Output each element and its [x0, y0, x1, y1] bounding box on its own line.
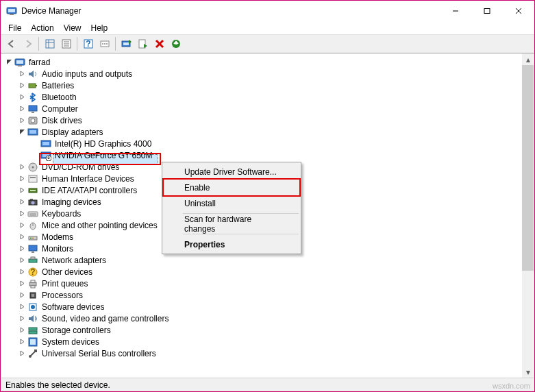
expand-arrow-icon[interactable]: [17, 103, 27, 114]
update-driver-button[interactable]: [119, 36, 134, 51]
expand-arrow-icon[interactable]: [17, 336, 27, 347]
tree-device-label: NVIDIA GeForce GT 650M: [54, 151, 153, 160]
tree-root-label: farrad: [28, 58, 51, 67]
tree-category[interactable]: Bluetooth: [1, 91, 534, 103]
expand-arrow-icon[interactable]: [17, 92, 27, 102]
status-bar: Enables the selected device.: [1, 378, 534, 391]
tree-category-label: Modems: [41, 232, 74, 242]
expand-arrow-icon[interactable]: [17, 313, 27, 323]
context-update-driver[interactable]: Update Driver Software...: [164, 164, 299, 180]
close-button[interactable]: [503, 1, 534, 21]
tree-category-label: IDE ATA/ATAPI controllers: [41, 186, 138, 195]
properties-button[interactable]: [58, 36, 74, 51]
scroll-up-button[interactable]: ▴: [522, 53, 534, 65]
expand-arrow-icon[interactable]: [17, 162, 27, 172]
expand-arrow-icon[interactable]: [17, 185, 27, 195]
context-enable[interactable]: Enable: [164, 180, 299, 195]
optical-icon: [27, 162, 38, 173]
action-misc-button[interactable]: [97, 36, 112, 51]
scroll-down-button[interactable]: ▾: [522, 366, 534, 378]
tree-category[interactable]: Software devices: [1, 301, 534, 313]
collapse-arrow-icon[interactable]: [4, 57, 14, 67]
tree-category-label: DVD/CD-ROM drives: [41, 162, 120, 172]
expand-arrow-icon[interactable]: [17, 348, 27, 358]
expand-arrow-icon[interactable]: [17, 243, 27, 254]
tree-category[interactable]: Audio inputs and outputs: [1, 68, 534, 79]
expand-arrow-icon[interactable]: [17, 278, 27, 289]
menu-help[interactable]: Help: [86, 23, 113, 34]
expand-arrow-icon[interactable]: [17, 80, 27, 90]
tree-category[interactable]: System devices: [1, 336, 534, 347]
scan-hardware-button[interactable]: [168, 36, 184, 51]
mouse-icon: [27, 220, 38, 231]
expand-arrow-icon[interactable]: [17, 255, 27, 265]
maximize-button[interactable]: [471, 1, 503, 21]
expand-arrow-icon[interactable]: [17, 208, 27, 219]
tree-category[interactable]: Computer: [1, 103, 534, 114]
help-button[interactable]: ?: [80, 36, 96, 51]
forward-button[interactable]: [20, 36, 36, 51]
show-hide-tree-button[interactable]: [42, 36, 58, 51]
svg-point-17: [102, 43, 103, 45]
svg-rect-44: [29, 175, 37, 182]
network-icon: [27, 255, 38, 266]
tree-device[interactable]: Intel(R) HD Graphics 4000: [1, 138, 534, 149]
tree-category-label: Disk drives: [41, 116, 83, 125]
menu-action[interactable]: Action: [26, 23, 58, 34]
menu-view[interactable]: View: [59, 23, 86, 34]
svg-point-57: [30, 237, 32, 238]
minimize-button[interactable]: [440, 1, 471, 21]
expand-arrow-icon[interactable]: [17, 115, 27, 125]
expand-arrow-icon[interactable]: [17, 232, 27, 242]
window-title: Device Manager: [21, 6, 440, 16]
context-properties[interactable]: Properties: [164, 236, 299, 252]
tree-category[interactable]: Batteries: [1, 79, 534, 91]
expand-arrow-icon[interactable]: [17, 302, 27, 312]
expand-arrow-icon[interactable]: [17, 69, 27, 79]
tree-category-label: Display adapters: [41, 127, 103, 137]
context-uninstall[interactable]: Uninstall: [164, 195, 299, 211]
hid-icon: [27, 173, 38, 184]
svg-rect-32: [32, 112, 34, 113]
svg-rect-75: [30, 339, 36, 345]
enable-device-button[interactable]: [135, 36, 151, 51]
storage-icon: [27, 325, 38, 336]
tree-category[interactable]: Sound, video and game controllers: [1, 313, 534, 324]
expand-arrow-icon[interactable]: [17, 290, 27, 300]
menubar: File Action View Help: [1, 21, 534, 34]
tree-category[interactable]: Disk drives: [1, 114, 534, 126]
expand-arrow-icon[interactable]: [17, 267, 27, 277]
back-button[interactable]: [3, 36, 19, 51]
vertical-scrollbar[interactable]: ▴ ▾: [522, 53, 534, 378]
tree-category[interactable]: Display adapters: [1, 126, 534, 138]
tree-category[interactable]: Network adapters: [1, 254, 534, 266]
menu-file[interactable]: File: [3, 23, 26, 34]
uninstall-button[interactable]: [151, 36, 167, 51]
tree-category-label: Batteries: [41, 81, 75, 90]
tree-category[interactable]: Storage controllers: [1, 324, 534, 336]
tree-category[interactable]: Processors: [1, 289, 534, 301]
tree-category-label: Computer: [41, 104, 79, 114]
display-disabled-icon: [40, 150, 51, 161]
collapse-arrow-icon[interactable]: [17, 127, 27, 137]
modem-icon: [27, 232, 38, 243]
expand-arrow-icon[interactable]: [17, 220, 27, 230]
expand-arrow-icon[interactable]: [17, 197, 27, 207]
imaging-icon: [27, 197, 38, 208]
svg-rect-60: [32, 252, 34, 253]
scroll-thumb[interactable]: [522, 65, 534, 271]
tree-category[interactable]: Universal Serial Bus controllers: [1, 347, 534, 359]
tree-category[interactable]: ?Other devices: [1, 266, 534, 278]
tree-device[interactable]: NVIDIA GeForce GT 650M: [1, 149, 534, 161]
tree-category-label: Universal Serial Bus controllers: [41, 349, 157, 358]
expand-arrow-icon[interactable]: [17, 173, 27, 184]
tree-category[interactable]: Print queues: [1, 278, 534, 289]
tree-root[interactable]: farrad: [1, 56, 534, 68]
svg-rect-59: [29, 245, 37, 251]
tree-category-label: Monitors: [41, 244, 74, 254]
svg-rect-30: [36, 85, 37, 86]
expand-arrow-icon[interactable]: [17, 325, 27, 335]
svg-rect-73: [29, 331, 37, 334]
svg-rect-21: [123, 42, 129, 45]
context-scan[interactable]: Scan for hardware changes: [164, 216, 299, 232]
